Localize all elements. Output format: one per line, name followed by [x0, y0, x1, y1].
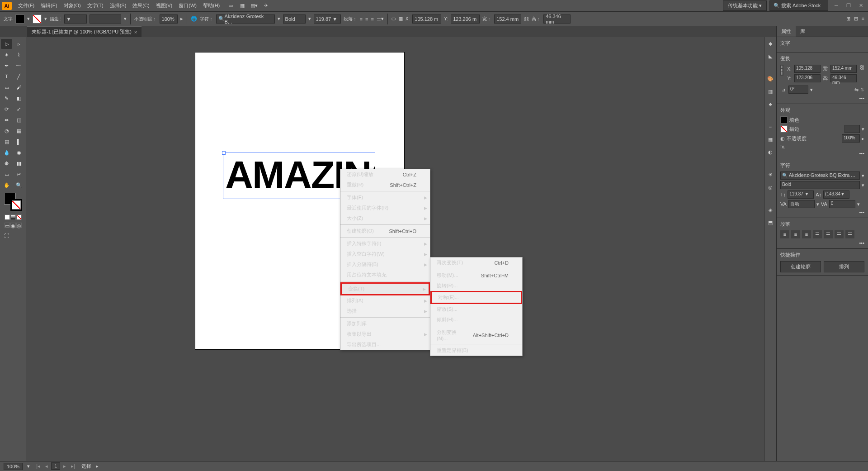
graphic-styles-icon[interactable]: ◎ — [766, 183, 775, 192]
w-field[interactable]: 152.4 mm — [494, 14, 521, 24]
gradient-tool[interactable]: ▌ — [13, 137, 24, 147]
layout-icon[interactable]: ▤▾ — [250, 2, 258, 10]
ctx-item[interactable]: 字体(F) — [340, 192, 430, 203]
eraser-tool[interactable]: ◧ — [13, 93, 24, 103]
prop-w[interactable]: 152.4 mm — [830, 65, 857, 73]
layers-icon[interactable]: ◈ — [766, 205, 775, 214]
stroke-swatch[interactable] — [33, 14, 42, 24]
font-weight[interactable]: Bold — [283, 14, 306, 24]
para-align-center[interactable]: ≡ — [791, 230, 800, 238]
color-icon[interactable]: 🎨 — [766, 74, 775, 83]
width-tool[interactable]: ⇔ — [1, 115, 12, 125]
para-justify-left[interactable]: ☰ — [813, 230, 822, 238]
more-opts-icon-4[interactable]: ••• — [780, 240, 864, 246]
ctx-item[interactable]: 倾斜(H)... — [430, 314, 522, 325]
ctx-item[interactable]: 大小(Z) — [340, 213, 430, 224]
align-justify-icon[interactable]: ☰▾ — [377, 16, 384, 22]
magic-wand-tool[interactable]: ✶ — [1, 50, 12, 60]
swatches-icon[interactable]: ♣ — [766, 100, 775, 109]
ctx-item[interactable]: 重置定界框(B) — [430, 345, 522, 356]
type-tool[interactable]: T — [1, 71, 12, 81]
opacity-field[interactable]: 100% — [160, 14, 178, 24]
ctx-item[interactable]: 插入分隔符(B) — [340, 259, 430, 270]
ctx-item[interactable]: 还原(U)缩放Ctrl+Z — [340, 169, 430, 180]
minimize-icon[interactable]: ─ — [831, 1, 842, 10]
first-icon[interactable]: |◂ — [34, 463, 42, 469]
symbol-spray-tool[interactable]: ❋ — [1, 158, 12, 168]
menu-file[interactable]: 文件(F) — [15, 1, 37, 10]
fx-label[interactable]: fx. — [780, 144, 786, 149]
ctx-item[interactable]: 排列(A) — [340, 295, 430, 306]
zoom-field[interactable]: 100% — [4, 463, 23, 470]
ctx-item[interactable]: 收集以导出 — [340, 329, 430, 339]
gradient-mode[interactable] — [10, 214, 16, 220]
stroke-weight[interactable]: ▼ — [64, 14, 87, 24]
screen-mode[interactable]: ▭ — [5, 223, 10, 228]
hand-tool[interactable]: ✋ — [1, 180, 12, 190]
selection-tool[interactable]: ▷ — [1, 39, 12, 49]
artboard-tool[interactable]: ▭ — [1, 169, 12, 179]
page-field[interactable]: 1 — [51, 462, 60, 470]
perspective-tool[interactable]: ▦ — [13, 126, 24, 136]
status-arrow-icon[interactable]: ▸ — [96, 463, 99, 469]
eyedropper-tool[interactable]: 💧 — [1, 147, 12, 157]
transparency-icon[interactable]: ◐ — [766, 147, 775, 157]
libraries-icon[interactable]: ◣ — [766, 52, 775, 61]
link-icon[interactable]: ⛓ — [524, 16, 529, 22]
brush-def[interactable] — [90, 14, 121, 24]
quick-outline-btn[interactable]: 创建轮廓 — [780, 261, 821, 272]
ctx-item[interactable]: 创建轮廓(O)Shift+Ctrl+O — [340, 226, 430, 236]
menu-window[interactable]: 窗口(W) — [176, 1, 199, 10]
more-opts-icon-3[interactable]: ••• — [780, 209, 864, 215]
prop-weight[interactable]: Bold — [780, 181, 860, 189]
y-field[interactable]: 123.206 m — [451, 14, 480, 24]
color-mode[interactable] — [5, 214, 10, 220]
ctx-item[interactable]: 缩放(S)... — [430, 304, 522, 314]
menu-object[interactable]: 对象(O) — [61, 1, 84, 10]
align-right-icon[interactable]: ≡ — [371, 16, 373, 22]
line-tool[interactable]: ╱ — [13, 71, 24, 81]
prefs-icon[interactable]: ⊞ — [846, 16, 850, 22]
ctx-item[interactable]: 选择 — [340, 306, 430, 316]
prop-kerning[interactable]: 自动 — [788, 200, 815, 208]
ctx-item[interactable]: 分别变换(N)...Alt+Shift+Ctrl+D — [430, 327, 522, 343]
ctx-item[interactable]: 插入特殊字符(I) — [340, 238, 430, 249]
ctx-item[interactable]: 对称(E)... — [430, 291, 522, 304]
properties-icon[interactable]: ◆ — [766, 39, 775, 48]
prop-y[interactable]: 123.206 — [794, 74, 821, 82]
ctx-item[interactable]: 变换(T) — [340, 282, 430, 295]
link-wh-icon[interactable]: ⛓ — [859, 65, 864, 84]
globe-icon[interactable]: 🌐 — [191, 16, 197, 22]
prev-icon[interactable]: ◂ — [43, 463, 50, 469]
maximize-icon[interactable]: ❐ — [843, 2, 854, 10]
none-mode[interactable] — [16, 214, 22, 220]
menu-help[interactable]: 帮助(H) — [200, 1, 222, 10]
para-align-right[interactable]: ≡ — [802, 230, 811, 238]
stock-search[interactable]: 🔍 搜索 Adobe Stock — [769, 0, 828, 11]
free-transform-tool[interactable]: ◫ — [13, 115, 24, 125]
more-opts-icon[interactable]: ••• — [780, 95, 864, 101]
prop-size[interactable]: 119.87 ▼ — [788, 190, 814, 199]
lasso-tool[interactable]: ⌇ — [13, 50, 24, 60]
more-opts-icon-2[interactable]: ••• — [780, 151, 864, 156]
panel-icon[interactable]: ⊟ — [854, 16, 858, 22]
brush-tool[interactable]: 🖌 — [13, 82, 24, 92]
prop-stroke-swatch[interactable] — [780, 125, 788, 133]
align-center-icon[interactable]: ≡ — [365, 16, 368, 22]
rotate-tool[interactable]: ⟳ — [1, 104, 12, 114]
shaper-tool[interactable]: ✎ — [1, 93, 12, 103]
prop-x[interactable]: 105.128 — [794, 65, 821, 73]
flip-v-icon[interactable]: ⥮ — [860, 87, 864, 93]
tab-close-icon[interactable]: × — [134, 29, 137, 35]
ctx-item[interactable]: 移动(M)...Shift+Ctrl+M — [430, 270, 522, 281]
curvature-tool[interactable]: 〰 — [13, 61, 24, 71]
x-field[interactable]: 105.128 m — [412, 14, 441, 24]
ctx-item[interactable]: 旋转(R)... — [430, 281, 522, 291]
font-family[interactable]: 🔍 Akzidenz-Grotesk B... — [216, 14, 275, 24]
graph-tool[interactable]: ▮▮ — [13, 158, 24, 168]
send-icon[interactable]: ✈ — [262, 2, 269, 10]
prop-leading[interactable]: (143.84▼ — [823, 190, 849, 199]
rect-tool[interactable]: ▭ — [1, 82, 12, 92]
prop-h[interactable]: 46.346 mm — [830, 74, 857, 82]
draw-mode[interactable]: ◎ — [16, 223, 22, 228]
